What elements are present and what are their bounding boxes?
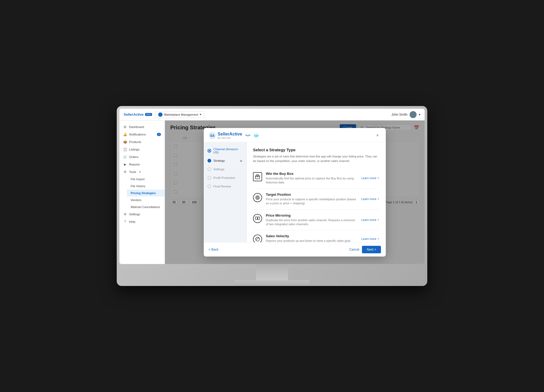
sidebar-item-walmart-cancellations[interactable]: Walmart Cancellations [127,203,165,210]
main-layout: ⊞ Dashboard 🔔 Notifications 0 📦 Products… [119,120,425,264]
sidebar-item-label: Dashboard [129,125,144,129]
external-link-icon: ↗ [377,177,379,179]
modal-content-area: Select a Strategy Type Strategies are a … [247,142,386,242]
sidebar: ⊞ Dashboard 🔔 Notifications 0 📦 Products… [119,120,165,264]
svg-point-12 [258,238,259,239]
top-bar: SellerActive PRO Marketplace Management … [119,109,425,120]
strategy-option-win-buy-box[interactable]: Win the Buy Box Automatically find the o… [253,168,379,189]
sales-velocity-icon [253,235,262,242]
learn-more-mirror[interactable]: Learn more ↗ [361,218,379,221]
learn-more-label: Learn more [361,176,376,180]
sidebar-item-products[interactable]: 📦 Products [119,138,165,146]
sidebar-item-vendors[interactable]: Vendors [127,197,165,203]
learn-more-label: Learn more [361,237,376,240]
step-arrow-icon: ▶ [240,159,243,162]
dashboard-icon: ⊞ [123,125,127,129]
modal-logo-chain-icon [245,134,250,137]
modal-header: SA SellerActive by Cart.com [204,128,386,142]
content-area: Pricing Strategies Create 🔍 📅 [165,120,425,264]
svg-text:SA: SA [210,134,215,138]
strategy-info-mirror: Price Mirroring Duplicate the price from… [266,213,358,227]
help-icon: ? [123,220,127,224]
wizard-steps: Channel (Amazon US) Strategy ▶ [204,142,247,242]
strategy-option-target-position[interactable]: Target Position Price your products to c… [253,189,379,210]
strategy-option-sales-velocity[interactable]: Sales Velocity Reprice your products up … [253,230,379,242]
orders-icon: 🛒 [123,155,127,159]
modal-footer: < Back Cancel Next > [204,242,386,257]
sidebar-item-label: Reports [129,163,140,166]
chevron-down-icon: ▾ [200,113,201,116]
svg-rect-9 [255,217,257,220]
external-link-icon: ↗ [377,198,379,200]
sidebar-item-file-import[interactable]: File Import [127,176,165,183]
sidebar-item-label: Notifications [129,133,146,136]
close-button[interactable]: × [374,132,381,139]
sidebar-item-label: Pricing Strategies [131,191,156,195]
learn-more-target[interactable]: Learn more ↗ [361,197,379,201]
sidebar-item-notifications[interactable]: 🔔 Notifications 0 [119,131,165,138]
svg-rect-5 [257,176,258,178]
cancel-button[interactable]: Cancel [349,248,359,251]
strategy-info-target: Target Position Price your products to c… [266,193,358,206]
strategy-desc-target: Price your products to capture a specifi… [266,197,358,206]
top-bar-left: SellerActive PRO Marketplace Management … [124,111,204,118]
velocity-svg [255,237,260,242]
sidebar-item-tools[interactable]: ⚙ Tools ▼ [119,168,165,176]
modal: SA SellerActive by Cart.com [204,128,386,257]
notifications-icon: 🔔 [123,133,127,136]
step-circle-profit [207,176,211,180]
modal-logo-cart-icon: cart [252,133,260,138]
modal-body: Channel (Amazon US) Strategy ▶ [204,142,386,242]
sidebar-item-file-history[interactable]: File History [127,183,165,190]
sidebar-item-label: Orders [129,155,138,159]
sidebar-item-listings[interactable]: 📋 Listings [119,146,165,153]
notifications-badge: 0 [157,133,161,136]
avatar [410,111,417,118]
strategy-option-price-mirroring[interactable]: Price Mirroring Duplicate the price from… [253,210,379,231]
svg-point-8 [257,197,258,198]
strategy-name-velocity: Sales Velocity [266,234,358,238]
step-label-profit: Profit Protection [213,176,235,179]
sidebar-item-label: File History [131,184,145,188]
sidebar-item-dashboard[interactable]: ⊞ Dashboard [119,123,165,131]
sidebar-item-help[interactable]: ? Help [119,218,165,225]
target-svg [255,195,260,200]
sidebar-item-label: File Import [131,178,145,181]
step-circle-review [207,184,211,188]
step-label-strategy: Strategy [213,159,225,162]
content-desc: Strategies are a set of rules that deter… [253,154,379,163]
modal-logo-icon: SA [209,132,216,139]
strategy-desc-velocity: Reprice your products up and down to mee… [266,239,358,242]
next-button[interactable]: Next > [362,246,381,253]
marketplace-selector[interactable]: Marketplace Management ▾ [155,111,204,118]
strategy-name-mirror: Price Mirroring [266,213,358,217]
sidebar-item-reports[interactable]: ▶ Reports [119,161,165,168]
back-button[interactable]: < Back [209,248,218,251]
products-icon: 📦 [123,140,127,144]
price-mirroring-icon [253,214,262,223]
learn-more-label: Learn more [361,218,376,221]
target-position-icon [253,193,262,202]
svg-point-11 [256,237,260,241]
strategy-name-target: Target Position [266,193,358,197]
sidebar-item-settings[interactable]: ⚙ Settings [119,210,165,218]
wizard-step-profit-protection: Profit Protection [207,176,243,180]
modal-logo: SA SellerActive by Cart.com [209,132,260,139]
sidebar-item-label: Help [129,220,135,223]
sidebar-item-pricing-strategies[interactable]: Pricing Strategies [127,190,165,197]
wizard-step-strategy: Strategy ▶ [207,159,243,163]
learn-more-buy-box[interactable]: Learn more ↗ [361,176,379,180]
mirror-svg [255,216,260,221]
step-label-review: Final Review [213,185,231,188]
learn-more-label: Learn more [361,197,376,201]
sidebar-item-label: Walmart Cancellations [131,205,160,209]
step-circle-settings [207,167,211,171]
sidebar-item-orders[interactable]: 🛒 Orders [119,153,165,161]
marketplace-icon [158,112,163,117]
step-label-channel: Channel (Amazon US) [213,148,243,154]
footer-right: Cancel Next > [349,246,381,253]
learn-more-velocity[interactable]: Learn more ↗ [361,237,379,240]
modal-logo-sub: by Cart.com [218,137,242,139]
external-link-icon: ↗ [377,238,379,240]
tools-icon: ⚙ [123,170,127,174]
